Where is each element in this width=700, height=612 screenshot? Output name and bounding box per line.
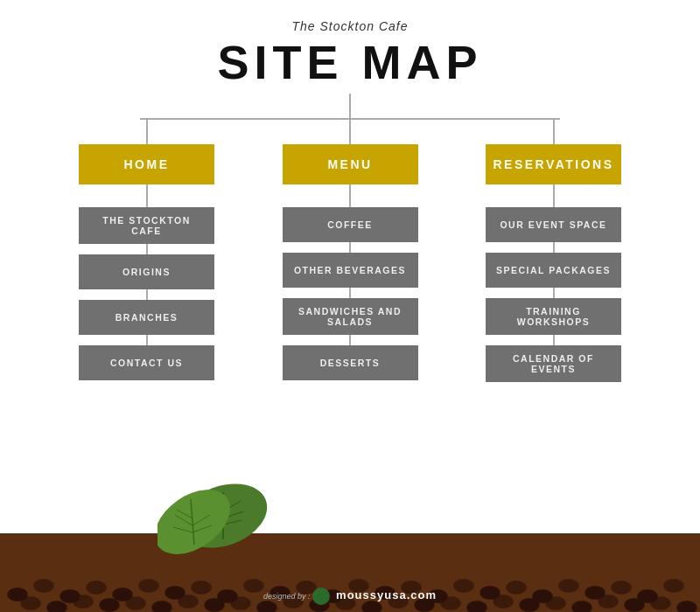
- menu-child-1[interactable]: OTHER BEVERAGES: [283, 253, 418, 288]
- h-bar: [140, 118, 560, 120]
- top-stem: [349, 94, 351, 118]
- menu-child-2[interactable]: SANDWICHES AND SALADS: [283, 298, 418, 335]
- menu-main-node[interactable]: MENU: [283, 144, 418, 184]
- designed-by-label: designed by :: [263, 592, 311, 601]
- v-ms-2: [349, 335, 351, 345]
- res-child-0[interactable]: OUR EVENT SPACE: [486, 207, 621, 242]
- home-child-2[interactable]: BRANCHES: [79, 300, 214, 335]
- columns-wrapper: HOME THE STOCKTON CAFE ORIGINS BRANCHES …: [35, 120, 665, 382]
- v-ms-0: [349, 242, 351, 253]
- v-ms-1: [349, 288, 351, 298]
- v-rs-1: [553, 288, 555, 298]
- v-mid-res: [553, 184, 555, 207]
- v-mid-menu: [349, 184, 351, 207]
- res-main-node[interactable]: RESERVATIONS: [486, 144, 621, 184]
- menu-child-3[interactable]: DESSERTS: [283, 345, 418, 380]
- brand-name: moussyusa.com: [336, 588, 437, 602]
- home-child-3[interactable]: CONTACT US: [79, 345, 214, 380]
- v-rs-2: [553, 335, 555, 345]
- v-drop-res: [553, 120, 555, 144]
- header: The Stockton Cafe SITE MAP: [0, 0, 700, 89]
- footer-bar: designed by : moussyusa.com: [0, 588, 700, 605]
- coffee-bg: designed by : moussyusa.com: [0, 533, 700, 612]
- home-main-node[interactable]: HOME: [79, 144, 214, 184]
- leaf-decoration: [158, 468, 271, 564]
- col-home: HOME THE STOCKTON CAFE ORIGINS BRANCHES …: [61, 120, 232, 382]
- menu-child-0[interactable]: COFFEE: [283, 207, 418, 242]
- v-s-2: [146, 335, 148, 345]
- v-mid-home: [146, 184, 148, 207]
- home-child-0[interactable]: THE STOCKTON CAFE: [79, 207, 214, 244]
- h-bar-container: [35, 118, 665, 120]
- res-child-1[interactable]: SPECIAL PACKAGES: [486, 253, 621, 288]
- col-reservations: RESERVATIONS OUR EVENT SPACE SPECIAL PAC…: [468, 120, 639, 382]
- col-menu: MENU COFFEE OTHER BEVERAGES SANDWICHES A…: [265, 120, 436, 382]
- v-drop-menu: [349, 120, 351, 144]
- v-drop-home: [146, 120, 148, 144]
- v-s-1: [146, 289, 148, 300]
- res-child-3[interactable]: CALENDAR OF EVENTS: [486, 345, 621, 382]
- subtitle: The Stockton Cafe: [0, 19, 700, 33]
- home-child-1[interactable]: ORIGINS: [79, 254, 214, 289]
- main-title: SITE MAP: [0, 35, 700, 89]
- v-rs-0: [553, 242, 555, 253]
- res-child-2[interactable]: TRAINING WORKSHOPS: [486, 298, 621, 335]
- v-s-0: [146, 244, 148, 254]
- sitemap-container: HOME THE STOCKTON CAFE ORIGINS BRANCHES …: [35, 94, 665, 382]
- page-wrapper: The Stockton Cafe SITE MAP HOME THE STOC…: [0, 0, 700, 612]
- brand-logo-icon: [312, 588, 330, 605]
